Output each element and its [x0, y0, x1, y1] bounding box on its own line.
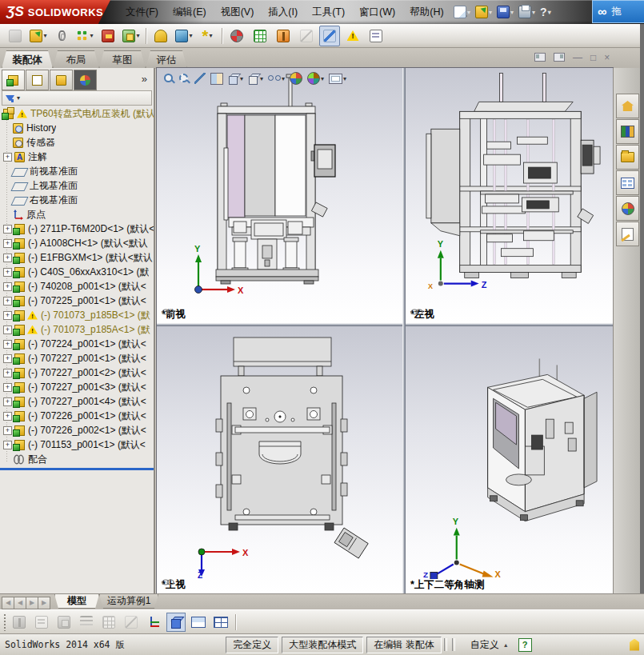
tree-item-707227-p001-1[interactable]: +(-) 707227_p001<1> (默认<: [0, 351, 154, 365]
edit-appearance-button[interactable]: [289, 71, 303, 86]
vertical-viewport-splitter[interactable]: [402, 68, 406, 593]
coordinate-axes-button[interactable]: [144, 613, 163, 632]
expand-icon[interactable]: +: [3, 326, 12, 334]
tab-sketch[interactable]: 草图: [99, 50, 146, 69]
print-button[interactable]: ▾: [517, 3, 537, 21]
save-button[interactable]: ▾: [495, 3, 515, 21]
tree-item-707226-p002[interactable]: +(-) 707226_p002<1> (默认<: [0, 423, 154, 437]
edit-component-button[interactable]: [5, 26, 26, 46]
tree-item-mates[interactable]: 配合: [0, 452, 154, 466]
single-view-button[interactable]: [166, 613, 186, 632]
tag-icon[interactable]: [630, 639, 639, 651]
tree-item-E1FBGXM[interactable]: +(-) E1FBGXM<1> (默认<默认: [0, 250, 154, 265]
reverse-direction-button[interactable]: [122, 613, 141, 632]
expand-icon[interactable]: +: [3, 254, 12, 262]
tab-assembly[interactable]: 装配体: [2, 50, 53, 69]
tab-nav-last-button[interactable]: ▶: [38, 597, 50, 609]
rollback-bar[interactable]: [0, 468, 154, 470]
tree-item-top-plane[interactable]: 上视基准面: [0, 178, 154, 193]
grid-settings-button[interactable]: [99, 613, 118, 632]
display-style-button[interactable]: ▾: [247, 72, 264, 85]
open-button[interactable]: ▾: [474, 3, 494, 21]
view-selector-button[interactable]: [194, 72, 206, 85]
insert-components-button[interactable]: ▾: [28, 26, 49, 46]
design-library-button[interactable]: [616, 119, 639, 144]
view-orientation-button[interactable]: ▾: [227, 72, 244, 85]
tree-item-A1008CH[interactable]: +(-) A1008CH<1> (默认<默认: [0, 236, 154, 250]
menu-file[interactable]: 文件(F): [118, 3, 166, 22]
exploded-view-button[interactable]: [273, 26, 294, 46]
tree-item-707227-p001-2[interactable]: +(-) 707227_p001<2> (默认<: [0, 365, 154, 380]
expand-icon[interactable]: +: [3, 225, 12, 234]
viewport-dimetric[interactable]: Y X Z *上下二等角轴测: [406, 326, 613, 593]
expand-icon[interactable]: +: [3, 297, 12, 306]
tree-item-707227-p001-3[interactable]: +(-) 707227_p001<3> (默认<: [0, 380, 154, 394]
doc-close-button[interactable]: ×: [604, 54, 610, 62]
tree-item-740208-p001[interactable]: +(-) 740208_p001<1> (默认<: [0, 279, 154, 294]
hide-show-items-button[interactable]: ▾: [267, 74, 286, 83]
tab-nav-prev-button[interactable]: ◀: [14, 597, 26, 609]
viewport-front[interactable]: X Y *前视: [157, 68, 402, 323]
tree-item-front-plane[interactable]: 前视基准面: [0, 164, 154, 178]
tree-item-707224-p001[interactable]: +(-) 707224_p001<1> (默认<: [0, 337, 154, 351]
custom-properties-button[interactable]: [616, 222, 639, 246]
tab-layout[interactable]: 布局: [53, 50, 99, 69]
interference-detection-button[interactable]: [319, 26, 340, 46]
expand-icon[interactable]: +: [3, 153, 12, 162]
tree-item-root[interactable]: !TP60转盘式电机压装机 (默认: [0, 106, 154, 121]
menu-help[interactable]: 帮助(H): [402, 3, 450, 22]
custom-menu[interactable]: 自定义 ▲: [470, 638, 509, 652]
sketch-button[interactable]: *▾: [197, 26, 218, 46]
assembly-features-button[interactable]: [150, 26, 171, 46]
apply-scene-button[interactable]: ▾: [306, 71, 325, 86]
tree-item-701073-p185B[interactable]: +!(-) 701073_p185B<1> (默: [0, 308, 154, 322]
pane-right-toggle-icon[interactable]: [554, 53, 565, 62]
tree-item-right-plane[interactable]: 右视基准面: [0, 193, 154, 207]
pane-left-toggle-icon[interactable]: [534, 53, 546, 62]
expand-icon[interactable]: +: [3, 268, 12, 277]
tree-item-707226-p001[interactable]: +(-) 707226_p001<1> (默认<: [0, 409, 154, 423]
tree-item-2711P-T6M20D[interactable]: +(-) 2711P-T6M20D<1> (默认<: [0, 222, 154, 236]
linear-component-pattern-button[interactable]: ▾: [74, 26, 95, 46]
expand-icon[interactable]: +: [3, 426, 12, 435]
tree-item-707225-p001[interactable]: +(-) 707225_p001<1> (默认<: [0, 294, 154, 308]
menu-edit[interactable]: 编辑(E): [166, 3, 214, 22]
tab-nav-first-button[interactable]: ◀: [2, 597, 14, 609]
layer-properties-button[interactable]: [32, 613, 51, 632]
stacked-views-button[interactable]: [10, 613, 29, 632]
menu-insert[interactable]: 插入(I): [261, 3, 305, 22]
file-explorer-button[interactable]: [616, 145, 639, 170]
two-view-button[interactable]: [189, 613, 208, 632]
expand-icon[interactable]: +: [3, 383, 12, 392]
doc-minimize-button[interactable]: —: [573, 54, 582, 62]
tree-item-701073-p185A[interactable]: +!(-) 701073_p185A<1> (默: [0, 322, 154, 337]
expand-icon[interactable]: +: [3, 412, 12, 421]
view-settings-button[interactable]: ▾: [328, 73, 347, 85]
menu-view[interactable]: 视图(V): [214, 3, 262, 22]
expand-icon[interactable]: +: [3, 369, 12, 377]
section-view-button[interactable]: [210, 72, 224, 86]
tree-item-707227-p001-4[interactable]: +(-) 707227_p001<4> (默认<: [0, 394, 154, 409]
tab-evaluate[interactable]: 评估: [146, 50, 187, 69]
new-document-button[interactable]: ▾: [452, 3, 472, 21]
panel-overflow-chevron[interactable]: »: [142, 70, 152, 90]
expand-icon[interactable]: +: [3, 311, 12, 320]
zoom-to-area-button[interactable]: [178, 73, 190, 85]
displaymanager-tab[interactable]: [74, 70, 97, 90]
format-painter-button[interactable]: [54, 613, 74, 632]
mate-button[interactable]: [51, 26, 72, 46]
expand-icon[interactable]: +: [3, 340, 12, 349]
toolbar-grip[interactable]: [3, 613, 6, 631]
menu-tools[interactable]: 工具(T): [305, 3, 352, 22]
smart-fasteners-button[interactable]: [98, 26, 118, 46]
status-help-button[interactable]: ?: [518, 638, 532, 652]
configurationmanager-tab[interactable]: [50, 70, 73, 90]
menu-window[interactable]: 窗口(W): [352, 3, 402, 22]
doc-restore-button[interactable]: □: [590, 54, 596, 62]
reference-geometry-button[interactable]: ▾: [174, 26, 194, 46]
help-button[interactable]: ?▾: [538, 3, 553, 21]
four-view-button[interactable]: [211, 613, 230, 632]
view-palette-button[interactable]: [616, 170, 639, 195]
tab-nav-next-button[interactable]: ▶: [26, 597, 38, 609]
propertymanager-tab[interactable]: [26, 70, 49, 90]
